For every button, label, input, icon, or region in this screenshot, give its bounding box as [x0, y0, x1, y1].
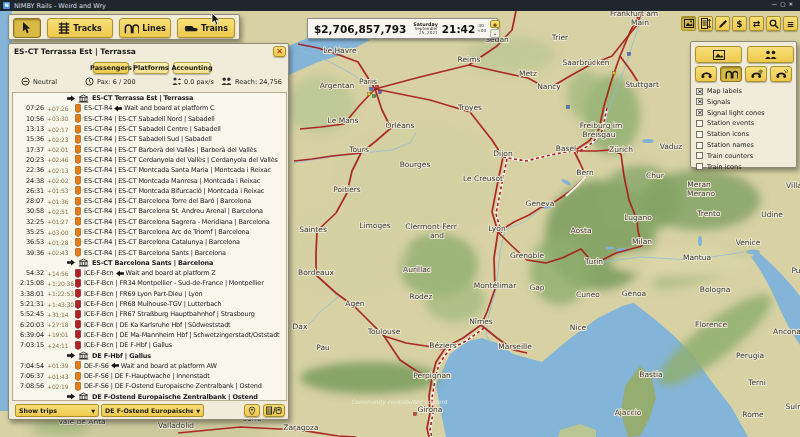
schedule-row[interactable]: 36:53+01:28ES-CT-R4 | ES-CT Barcelona Ca… [13, 237, 286, 247]
tab-platforms[interactable]: Platforms [133, 62, 169, 74]
map-marker[interactable] [627, 52, 630, 55]
checkbox-station-names[interactable]: Station names [696, 140, 754, 150]
speed-down-button[interactable]: - [490, 29, 500, 38]
phone-at-button[interactable]: @ [745, 66, 767, 82]
schedule-station-row[interactable]: DE F-Ostend Europaische Zentralbank | Os… [13, 392, 286, 401]
tab-passengers[interactable]: Passengers [93, 62, 129, 74]
schedule-row[interactable]: 6:39:04+19:01ICE-F-Bcn | DE Ma-Mannheim … [13, 330, 286, 340]
schedule-station-row[interactable]: ES-CT Barcelona Sants | Barcelona [13, 258, 286, 268]
phone-button[interactable] [695, 66, 717, 82]
schedule-station-row[interactable]: DE F-Hbf | Gallus [13, 350, 286, 360]
city-label: Marseille [498, 342, 532, 351]
clock-seconds: :30 +00 [477, 24, 486, 33]
checkbox-box[interactable] [696, 120, 703, 127]
schedule-row[interactable]: 7:08:56+02:19DE-F-S6 | DE F-Ostend Europ… [13, 381, 286, 391]
trains-button[interactable]: Trains [177, 18, 235, 38]
city-label: Troyes [457, 103, 482, 112]
schedule-row[interactable]: 2:15:08+1:20:36ICE-F-Bcn | FR34 Montpell… [13, 278, 286, 288]
map-style-button[interactable] [681, 16, 696, 31]
select-tool-button[interactable] [13, 18, 41, 38]
map-marker[interactable] [612, 71, 615, 74]
schedule-row[interactable]: 10:56+03:30ES-CT-R4 | ES-CT Sabadell Nor… [13, 114, 286, 124]
schedule-row[interactable]: 07:26+07:26ES-CT-R4Wait and board at pla… [13, 103, 286, 113]
close-panel-button[interactable]: ✕ [273, 46, 286, 57]
schedule-station-row[interactable]: ES-CT Terrassa Est | Terrassa [13, 93, 286, 103]
map-marker[interactable] [566, 105, 569, 108]
map-marker[interactable] [369, 87, 372, 90]
stop-delta: +14:56 [44, 270, 74, 277]
terrain-view-button[interactable] [695, 46, 742, 63]
city-label: Toulouse [367, 327, 401, 336]
checkbox-train-icons[interactable]: Train icons [696, 162, 742, 172]
trips-dropdown[interactable]: Show trips ▼ [15, 404, 99, 417]
map-marker[interactable] [378, 90, 381, 93]
checkbox-station-icons[interactable]: Station icons [696, 129, 749, 139]
edit-button[interactable] [715, 16, 730, 31]
schedule-row[interactable]: 35:25+03:00ES-CT-R4 | ES-CT Barcelona Ar… [13, 227, 286, 237]
schedule-row[interactable]: 7:03:15+24:11ICE-F-Bcn | DE F-Hbf | Gall… [13, 340, 286, 350]
stop-time: 7:03:15 [13, 341, 44, 349]
speed-up-button[interactable]: + [490, 20, 500, 29]
schedule-row[interactable]: 30:58+02:51ES-CT-R4 | ES-CT Barcelona St… [13, 206, 286, 216]
schedule-row[interactable]: 13:13+02:17ES-CT-R4 | ES-CT Sabadell Cen… [13, 124, 286, 134]
stop-time: 07:26 [13, 104, 44, 112]
checkbox-train-counters[interactable]: Train counters [696, 151, 753, 161]
checkbox-box[interactable] [696, 152, 703, 159]
checkbox-box[interactable] [696, 131, 703, 138]
schedule-row[interactable]: 5:21:31+1:43:30ICE-F-Bcn | FR68 Mulhouse… [13, 299, 286, 309]
schedule-row[interactable]: 5:52:45+31:14ICE-F-Bcn | FR67 Straßburg … [13, 309, 286, 319]
checkbox-signals[interactable]: ✕Signals [696, 97, 730, 107]
population-view-button[interactable] [747, 46, 794, 63]
schedule-row[interactable]: 20:23+02:46ES-CT-R4 | ES-CT Cerdanyola d… [13, 155, 286, 165]
schedule-row[interactable]: 7:04:54+01:39DE-F-S6Wait and board at pl… [13, 361, 286, 371]
search-button[interactable] [766, 16, 781, 31]
tab-accounting[interactable]: Accounting [173, 62, 211, 74]
city-label: Genoa [622, 289, 646, 298]
transfers-button[interactable]: ⇄ [749, 16, 764, 31]
city-label: Orléans [386, 121, 415, 130]
tracks-button[interactable]: Tracks [47, 18, 113, 38]
stop-time: 17:37 [13, 146, 44, 154]
city-label: Geneva [526, 199, 555, 208]
timetable-button[interactable] [698, 16, 713, 31]
schedule-row[interactable]: 24:38+02:02ES-CT-R4 | ES-CT Montcada Man… [13, 175, 286, 185]
stop-delta: +24:11 [44, 342, 74, 349]
schedule-row[interactable]: 39:36+02:43ES-CT-R4 | ES-CT Barcelona Sa… [13, 247, 286, 257]
map-marker[interactable] [367, 92, 370, 95]
finances-button[interactable]: $ [732, 16, 747, 31]
schedule-row[interactable]: 22:36+02:13ES-CT-R4 | ES-CT Montcada San… [13, 165, 286, 175]
schedule-list[interactable]: ES-CT Terrassa Est | Terrassa07:26+07:26… [12, 92, 287, 401]
checkbox-box[interactable]: ✕ [696, 88, 703, 95]
lines-button[interactable]: Lines [119, 18, 171, 38]
checkbox-box[interactable]: ✕ [696, 98, 703, 105]
checkbox-signal-light-cones[interactable]: ✕Signal light cones [696, 108, 765, 118]
window-controls[interactable]: —▢✕ [772, 1, 796, 7]
stop-label: ES-CT-R4 | ES-CT Barcelona Catalunya | B… [84, 238, 240, 246]
phone-signal-button[interactable] [770, 66, 792, 82]
station-train-toggle-button[interactable] [263, 404, 285, 417]
checkbox-station-events[interactable]: Station events [696, 118, 754, 128]
map-marker[interactable] [413, 412, 416, 415]
map-marker[interactable] [372, 94, 375, 97]
schedule-row[interactable]: 28:07+01:36ES-CT-R4 | ES-CT Barcelona To… [13, 196, 286, 206]
schedule-row[interactable]: 26:31+01:53ES-CT-R4 | ES-CT Montcada Bif… [13, 186, 286, 196]
schedule-row[interactable]: 3:38:01+1:22:53ICE-F-Bcn | FR69 Lyon Par… [13, 289, 286, 299]
schedule-row[interactable]: 6:20:03+27:18ICE-F-Bcn | DE Ka Karlsruhe… [13, 320, 286, 330]
city-label: Chur [646, 171, 665, 180]
stop-delta: +01:43 [44, 373, 74, 380]
city-label: Poitiers [333, 185, 361, 194]
lines-overlay-button[interactable] [720, 66, 742, 82]
schedule-row[interactable]: 17:37+02:01ES-CT-R4 | ES-CT Barberà del … [13, 144, 286, 154]
checkbox-box[interactable] [696, 142, 703, 149]
schedule-row[interactable]: 7:06:37+01:43DE-F-S6 | DE F-Hauptwache |… [13, 371, 286, 381]
stop-time: 2:15:08 [13, 279, 44, 287]
menu-button[interactable]: ≡ [783, 16, 798, 31]
checkbox-box[interactable] [696, 163, 703, 170]
locate-station-button[interactable] [244, 404, 260, 417]
schedule-row[interactable]: 15:36+02:23ES-CT-R4 | ES-CT Sabadell Sud… [13, 134, 286, 144]
schedule-row[interactable]: 54:32+14:56ICE-F-BcnWait and board at pl… [13, 268, 286, 278]
destination-dropdown[interactable]: DE F-Ostend Europaische Zentralba ▼ [101, 404, 204, 417]
schedule-row[interactable]: 32:25+01:27ES-CT-R4 | ES-CT Barcelona Sa… [13, 217, 286, 227]
checkbox-box[interactable]: ✕ [696, 109, 703, 116]
checkbox-map-labels[interactable]: ✕Map labels [696, 86, 742, 96]
